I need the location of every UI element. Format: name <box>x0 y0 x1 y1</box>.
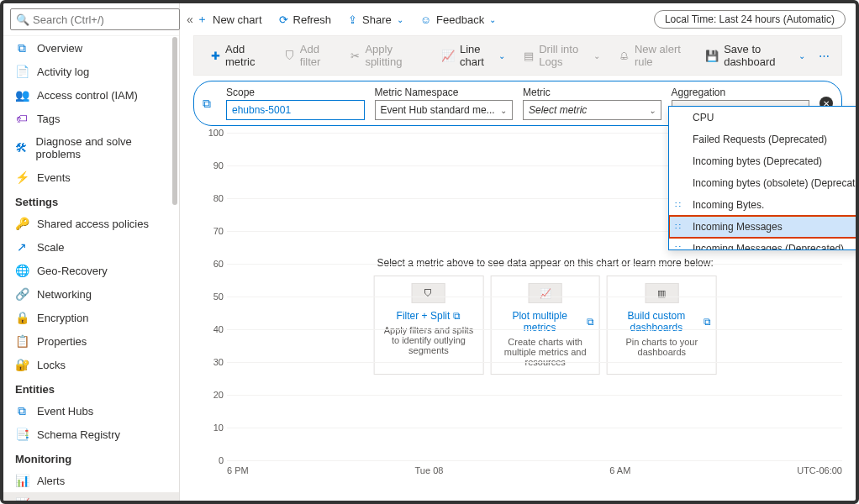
y-tick-label: 90 <box>193 160 224 171</box>
namespace-selector[interactable]: Event Hub standard me... ⌄ <box>375 100 514 120</box>
metric-option[interactable]: Incoming bytes (Deprecated) <box>669 150 859 172</box>
metric-option-label: Incoming Bytes. <box>693 199 764 211</box>
metric-option-label: Failed Requests (Deprecated) <box>693 134 827 145</box>
cmd-label: Refresh <box>293 13 332 26</box>
scrollbar-thumb[interactable] <box>172 37 177 205</box>
external-icon: ⧉ <box>453 310 461 322</box>
y-tick-label: 50 <box>193 291 224 302</box>
metric-label: Metric <box>523 87 661 98</box>
cmd-label: New chart <box>213 13 262 26</box>
help-card-dashboards[interactable]: ▥ Build custom dashboards ⧉ Pin charts t… <box>607 276 717 375</box>
drill-logs-button[interactable]: ▤ Drill into Logs ⌄ <box>517 39 607 71</box>
metric-dropdown[interactable]: CPUFailed Requests (Deprecated)Incoming … <box>668 106 859 250</box>
sidebar-item-events[interactable]: ⚡ Events <box>3 165 179 189</box>
save-dashboard-button[interactable]: 💾 Save to dashboard ⌄ <box>698 39 812 71</box>
metric-option-icon: ∷ <box>675 244 681 251</box>
help-card-plot-multiple[interactable]: 📈 Plot multiple metrics ⧉ Create charts … <box>490 276 600 375</box>
sidebar-item-scale[interactable]: ↗ Scale <box>3 235 179 259</box>
metrics-icon: 📈 <box>15 497 29 501</box>
sidebar-item-label: Events <box>37 171 71 184</box>
sidebar-item-networking[interactable]: 🔗 Networking <box>3 282 179 306</box>
sidebar-item-locks[interactable]: 🔐 Locks <box>3 353 179 376</box>
chevron-down-icon: ⌄ <box>593 51 600 60</box>
metric-option[interactable]: Failed Requests (Deprecated) <box>669 129 859 150</box>
sidebar-item-metrics[interactable]: 📈 Metrics <box>3 492 179 501</box>
sidebar-item-label: Event Hubs <box>37 405 93 417</box>
sidebar-item-overview[interactable]: ⧉ Overview <box>3 36 179 60</box>
sidebar-item-label: Shared access policies <box>37 218 149 230</box>
x-tick: 6 AM <box>609 465 630 475</box>
plot-thumb-icon: 📈 <box>529 283 562 303</box>
time-range-button[interactable]: Local Time: Last 24 hours (Automatic) <box>654 10 846 29</box>
metric-option-icon: ∷ <box>675 222 681 233</box>
feedback-button[interactable]: ☺ Feedback ⌄ <box>414 10 503 29</box>
apply-splitting-button[interactable]: ✂ Apply splitting <box>344 39 424 71</box>
sidebar-item-event-hubs[interactable]: ⧉ Event Hubs <box>3 399 179 423</box>
refresh-button[interactable]: ⟳ Refresh <box>272 10 339 29</box>
sidebar-item-geo-recovery[interactable]: 🌐 Geo-Recovery <box>3 259 179 282</box>
sidebar-item-access-control[interactable]: 👥 Access control (IAM) <box>3 83 179 107</box>
sidebar-item-alerts[interactable]: 📊 Alerts <box>3 469 179 492</box>
tbtn-label: Save to dashboard <box>724 43 793 68</box>
y-tick-label: 10 <box>193 423 224 433</box>
sidebar-item-label: Schema Registry <box>37 428 120 441</box>
tbtn-label: Line chart <box>460 43 493 68</box>
metric-option[interactable]: ∷Incoming Messages <box>669 216 859 238</box>
aggregation-label: Aggregation <box>672 87 810 98</box>
access-control-icon: 👥 <box>15 88 29 102</box>
chart-type-button[interactable]: 📈 Line chart ⌄ <box>435 39 512 71</box>
metric-selector[interactable]: Select metric ⌄ <box>523 100 661 120</box>
resource-icon: ⧉ <box>203 97 211 111</box>
metric-option[interactable]: CPU <box>669 107 859 129</box>
new-chart-button[interactable]: ＋ New chart <box>190 8 269 30</box>
add-filter-button[interactable]: ⛉ Add filter <box>277 39 340 71</box>
sidebar-item-tags[interactable]: 🏷 Tags <box>3 107 179 130</box>
metric-option[interactable]: ∷Incoming Bytes. <box>669 194 859 216</box>
metric-option-label: Incoming Messages (Deprecated) <box>693 243 844 250</box>
nav-group-entities: Entities <box>3 376 179 399</box>
y-tick-label: 30 <box>193 357 224 367</box>
sidebar-scrollbar[interactable] <box>171 37 179 373</box>
sidebar-item-activity-log[interactable]: 📄 Activity log <box>3 60 179 83</box>
more-button[interactable]: ⋯ <box>817 46 831 66</box>
cmd-label: Feedback <box>436 13 484 26</box>
scope-value: ehubns-5001 <box>232 104 291 116</box>
scope-selector[interactable]: ehubns-5001 <box>226 100 365 120</box>
sidebar-item-schema-registry[interactable]: 📑 Schema Registry <box>3 423 179 446</box>
properties-icon: 📋 <box>15 334 29 348</box>
help-link[interactable]: Filter + Split ⧉ <box>397 310 461 322</box>
sidebar-item-properties[interactable]: 📋 Properties <box>3 329 179 353</box>
tags-icon: 🏷 <box>15 112 29 125</box>
sidebar-item-label: Geo-Recovery <box>37 265 108 277</box>
search-box[interactable]: 🔍 <box>10 8 180 30</box>
chevron-down-icon: ⌄ <box>798 51 805 60</box>
metric-option[interactable]: ∷Incoming Messages (Deprecated) <box>669 238 859 250</box>
chart-toolbar: ✚ Add metric ⛉ Add filter ✂ Apply splitt… <box>193 35 842 76</box>
search-input[interactable] <box>33 13 174 26</box>
gridline <box>227 362 842 363</box>
sidebar-item-label: Alerts <box>37 475 65 487</box>
sidebar-item-encryption[interactable]: 🔒 Encryption <box>3 306 179 329</box>
add-metric-icon: ✚ <box>211 50 220 62</box>
nav: ⧉ Overview 📄 Activity log 👥 Access contr… <box>3 36 179 501</box>
share-button[interactable]: ⇪ Share ⌄ <box>341 10 410 29</box>
chevron-down-icon: ⌄ <box>489 15 496 24</box>
time-label: Local Time: Last 24 hours (Automatic) <box>665 13 835 25</box>
metric-option-label: Incoming bytes (obsolete) (Deprecated) <box>693 177 859 189</box>
y-tick-label: 0 <box>193 455 224 465</box>
metric-option[interactable]: Incoming bytes (obsolete) (Deprecated) <box>669 172 859 194</box>
refresh-icon: ⟳ <box>279 13 288 26</box>
chevron-down-icon: ⌄ <box>397 15 403 24</box>
add-metric-button[interactable]: ✚ Add metric <box>204 39 272 71</box>
sidebar-item-shared-access[interactable]: 🔑 Shared access policies <box>3 212 179 235</box>
external-icon: ⧉ <box>587 316 594 328</box>
sidebar-item-label: Diagnose and solve problems <box>36 135 167 160</box>
help-panel: Select a metric above to see data appear… <box>374 257 717 375</box>
alerts-icon: 📊 <box>15 474 29 487</box>
sidebar-item-diagnose[interactable]: 🛠 Diagnose and solve problems <box>3 130 179 165</box>
new-alert-button[interactable]: 🕭 New alert rule <box>612 39 693 71</box>
smiley-icon: ☺ <box>420 13 431 26</box>
x-tick: UTC-06:00 <box>797 465 842 475</box>
sidebar-item-label: Overview <box>37 42 82 55</box>
help-card-filter-split[interactable]: ⛉ Filter + Split ⧉ Apply filters and spl… <box>374 276 484 375</box>
